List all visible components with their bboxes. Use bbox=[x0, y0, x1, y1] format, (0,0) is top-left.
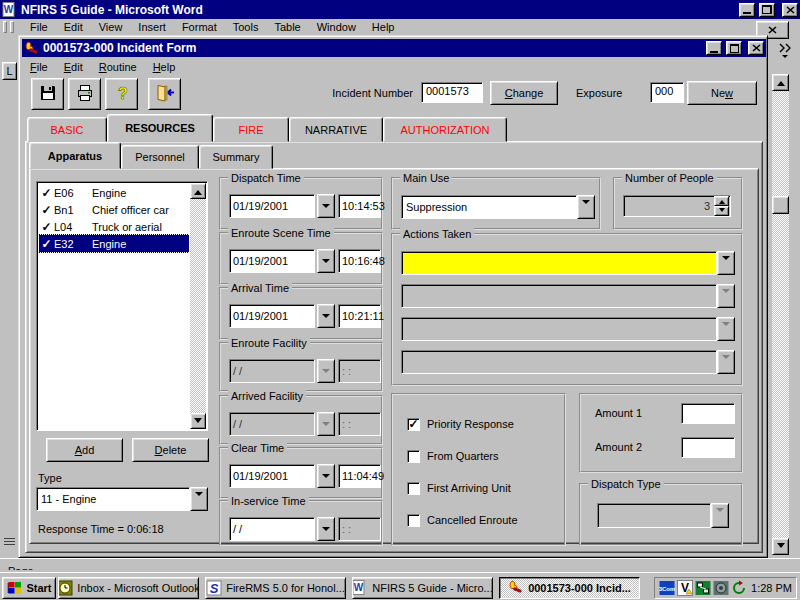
tab-narrative[interactable]: NARRATIVE bbox=[289, 117, 383, 142]
enroute-scene-time-time-field[interactable]: 10:16:48 bbox=[338, 249, 381, 273]
unit-list-item-l04[interactable]: ✓L04Truck or aerial bbox=[39, 218, 189, 235]
taskbar-task-0001573-000-incid[interactable]: 0001573-000 Incid... bbox=[499, 577, 640, 599]
dialog-maximize-button[interactable] bbox=[726, 41, 742, 55]
actions-taken-combobox-3[interactable] bbox=[401, 317, 735, 341]
tray-sync-icon[interactable] bbox=[731, 580, 747, 596]
word-restore-button[interactable] bbox=[759, 3, 775, 17]
taskbar-task-firerms-5-0-for-honol[interactable]: SFireRMS 5.0 for Honol... bbox=[205, 577, 346, 599]
tab-authorization[interactable]: AUTHORIZATION bbox=[383, 117, 507, 142]
checkbox-cancelled-enroute[interactable] bbox=[407, 514, 420, 527]
word-scrollbar-track[interactable] bbox=[772, 91, 789, 538]
tray-network-icon[interactable] bbox=[695, 580, 711, 596]
type-combobox[interactable]: 11 - Engine bbox=[36, 487, 208, 511]
dialog-menu-edit[interactable]: Edit bbox=[56, 59, 91, 75]
word-scrollbar-up-button[interactable] bbox=[772, 74, 789, 91]
incident-number-field[interactable]: 0001573 bbox=[421, 82, 483, 103]
tray-modem-icon[interactable] bbox=[713, 580, 729, 596]
print-button[interactable] bbox=[68, 78, 101, 110]
arrived-facility-date-dropdown-button[interactable] bbox=[317, 412, 335, 436]
word-menu-format[interactable]: Format bbox=[174, 19, 225, 35]
word-menu-file[interactable]: File bbox=[22, 19, 56, 35]
exit-button[interactable] bbox=[148, 78, 181, 110]
word-ruler-tab-selector[interactable]: L bbox=[2, 62, 17, 80]
actions-taken-combobox-4[interactable] bbox=[401, 350, 735, 374]
unit-list-item-bn1[interactable]: ✓Bn1Chief officer car bbox=[39, 201, 189, 218]
tab-summary[interactable]: Summary bbox=[199, 145, 273, 169]
exposure-field[interactable]: 000 bbox=[650, 82, 684, 103]
tray-netware-icon[interactable]: V bbox=[677, 580, 693, 596]
amount2-field[interactable] bbox=[681, 437, 735, 458]
word-minimize-button[interactable] bbox=[739, 3, 755, 17]
people-spin-down-button[interactable] bbox=[714, 206, 729, 216]
actions-taken-combobox-1[interactable] bbox=[401, 251, 735, 275]
dialog-menu-help[interactable]: Help bbox=[145, 59, 184, 75]
word-toolbar-overflow-button[interactable] bbox=[774, 42, 796, 70]
in-service-time-date-dropdown-button[interactable] bbox=[317, 517, 335, 541]
tab-resources[interactable]: RESOURCES bbox=[107, 114, 213, 142]
new-button[interactable]: New bbox=[687, 81, 757, 105]
dispatch-time-time-field[interactable]: 10:14:53 bbox=[338, 194, 381, 218]
enroute-facility-time-field[interactable]: : : bbox=[338, 359, 381, 383]
main-use-combobox[interactable]: Suppression bbox=[401, 195, 595, 219]
unit-list-scroll-down-button[interactable] bbox=[190, 413, 206, 429]
taskbar-task-nfirs-5-guide-micro[interactable]: WNFIRS 5 Guide - Micro... bbox=[352, 577, 493, 599]
enroute-scene-time-date-dropdown-button[interactable] bbox=[317, 249, 335, 273]
dialog-close-button[interactable] bbox=[748, 41, 764, 55]
actions-taken-combobox-2[interactable] bbox=[401, 284, 735, 308]
main-use-dropdown-button[interactable] bbox=[577, 195, 595, 219]
dialog-menu-file[interactable]: File bbox=[22, 59, 56, 75]
dialog-minimize-button[interactable] bbox=[706, 41, 722, 55]
add-button[interactable]: Add bbox=[46, 438, 123, 462]
dispatch-type-dropdown-button[interactable] bbox=[711, 503, 729, 528]
tab-fire[interactable]: FIRE bbox=[213, 117, 289, 142]
save-button[interactable] bbox=[31, 78, 64, 110]
enroute-facility-date-field[interactable]: / / bbox=[229, 359, 315, 383]
dispatch-time-date-dropdown-button[interactable] bbox=[317, 194, 335, 218]
word-menu-view[interactable]: View bbox=[91, 19, 131, 35]
word-menu-window[interactable]: Window bbox=[309, 19, 364, 35]
word-scrollbar-thumb[interactable] bbox=[772, 196, 789, 214]
delete-button[interactable]: Delete bbox=[132, 438, 209, 462]
arrived-facility-date-field[interactable]: / / bbox=[229, 412, 315, 436]
unit-list-item-e32[interactable]: ✓E32Engine bbox=[39, 235, 189, 252]
checkbox-first-arriving-unit[interactable] bbox=[407, 482, 420, 495]
checkbox-priority-response[interactable]: ✓ bbox=[407, 418, 420, 431]
word-close-button[interactable] bbox=[782, 3, 798, 17]
clear-time-time-field[interactable]: 11:04:49 bbox=[338, 464, 381, 488]
change-button[interactable]: Change bbox=[490, 81, 558, 105]
tab-apparatus[interactable]: Apparatus bbox=[29, 142, 121, 169]
clear-time-date-dropdown-button[interactable] bbox=[317, 464, 335, 488]
actions-taken-dropdown-button-3[interactable] bbox=[717, 317, 735, 341]
enroute-facility-date-dropdown-button[interactable] bbox=[317, 359, 335, 383]
start-button[interactable]: Start bbox=[2, 577, 56, 599]
arrival-time-date-dropdown-button[interactable] bbox=[317, 304, 335, 328]
tray-3com-icon[interactable]: 3Com bbox=[659, 580, 675, 596]
arrived-facility-time-field[interactable]: : : bbox=[338, 412, 381, 436]
unit-list-scroll-up-button[interactable] bbox=[190, 183, 206, 199]
amount1-field[interactable] bbox=[681, 403, 735, 424]
checkbox-from-quarters[interactable] bbox=[407, 450, 420, 463]
help-button[interactable]: ? bbox=[105, 78, 138, 110]
type-dropdown-button[interactable] bbox=[190, 487, 208, 511]
word-menu-table[interactable]: Table bbox=[266, 19, 308, 35]
in-service-time-time-field[interactable]: : : bbox=[338, 517, 381, 541]
tab-personnel[interactable]: Personnel bbox=[121, 145, 199, 169]
arrival-time-time-field[interactable]: 10:21:11 bbox=[338, 304, 381, 328]
dispatch-type-combobox[interactable] bbox=[597, 503, 729, 528]
unit-list-scrollbar-track[interactable] bbox=[190, 199, 206, 413]
arrival-time-date-field[interactable]: 01/19/2001 bbox=[229, 304, 315, 328]
people-spin-up-button[interactable] bbox=[714, 196, 729, 206]
word-menu-insert[interactable]: Insert bbox=[130, 19, 174, 35]
word-menu-help[interactable]: Help bbox=[364, 19, 403, 35]
actions-taken-dropdown-button-4[interactable] bbox=[717, 350, 735, 374]
tab-basic[interactable]: BASIC bbox=[27, 117, 107, 142]
dispatch-time-date-field[interactable]: 01/19/2001 bbox=[229, 194, 315, 218]
word-menu-tools[interactable]: Tools bbox=[225, 19, 267, 35]
in-service-time-date-field[interactable]: / / bbox=[229, 517, 315, 541]
dialog-menu-routine[interactable]: Routine bbox=[91, 59, 145, 75]
taskbar-task-inbox-microsoft-outlook[interactable]: Inbox - Microsoft Outlook bbox=[58, 577, 199, 599]
actions-taken-dropdown-button-2[interactable] bbox=[717, 284, 735, 308]
clear-time-date-field[interactable]: 01/19/2001 bbox=[229, 464, 315, 488]
word-menu-edit[interactable]: Edit bbox=[56, 19, 91, 35]
actions-taken-dropdown-button-1[interactable] bbox=[717, 251, 735, 275]
